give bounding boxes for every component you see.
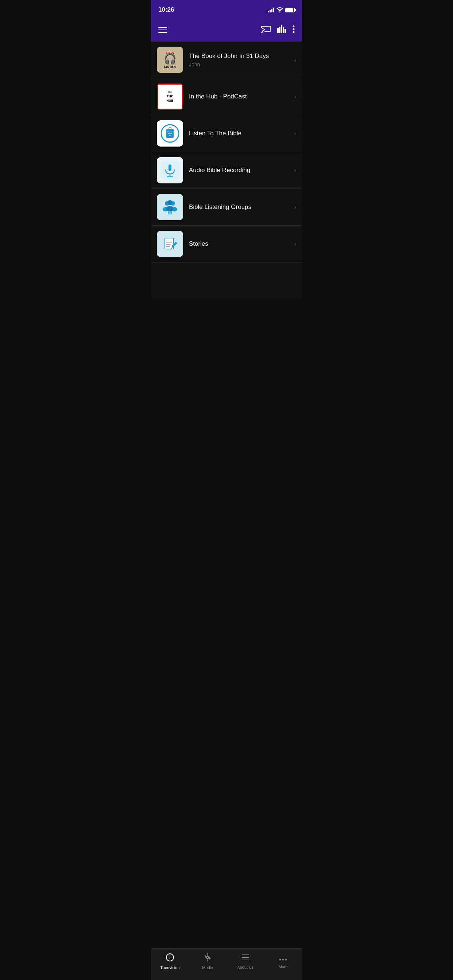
item-icon-stories bbox=[157, 231, 183, 257]
chevron-right-icon: › bbox=[294, 130, 296, 137]
list-item[interactable]: Listen To The Bible › bbox=[151, 115, 302, 152]
item-title: Audio Bible Recording bbox=[189, 166, 291, 174]
cast-icon[interactable] bbox=[261, 25, 271, 35]
chevron-right-icon: › bbox=[294, 240, 296, 248]
svg-point-20 bbox=[167, 200, 172, 205]
svg-rect-14 bbox=[169, 164, 171, 171]
content-list: BIBLE 🎧 LISTEN The Book of John In 31 Da… bbox=[151, 41, 302, 299]
item-title: Listen To The Bible bbox=[189, 129, 291, 137]
list-item[interactable]: BIBLE 🎧 LISTEN The Book of John In 31 Da… bbox=[151, 41, 302, 78]
chevron-right-icon: › bbox=[294, 93, 296, 100]
hamburger-menu-button[interactable] bbox=[158, 27, 167, 33]
item-title: In the Hub - PodCast bbox=[189, 92, 291, 100]
item-icon-john: BIBLE 🎧 LISTEN bbox=[157, 47, 183, 73]
item-text: In the Hub - PodCast bbox=[189, 92, 291, 100]
item-text: Bible Listening Groups bbox=[189, 203, 291, 211]
item-text: Listen To The Bible bbox=[189, 129, 291, 137]
svg-rect-5 bbox=[284, 29, 286, 33]
stats-icon[interactable] bbox=[277, 25, 286, 35]
chevron-right-icon: › bbox=[294, 167, 296, 174]
svg-point-6 bbox=[293, 25, 295, 27]
item-icon-hub: INTHEHUB bbox=[157, 83, 183, 110]
svg-rect-1 bbox=[277, 28, 279, 33]
battery-icon bbox=[285, 8, 295, 13]
item-title: Bible Listening Groups bbox=[189, 203, 291, 211]
svg-rect-28 bbox=[165, 238, 174, 249]
status-icons bbox=[268, 7, 295, 13]
wifi-icon bbox=[276, 7, 283, 13]
item-title: Stories bbox=[189, 240, 291, 248]
svg-rect-3 bbox=[281, 25, 282, 33]
status-bar: 10:26 bbox=[151, 0, 302, 18]
item-icon-audio bbox=[157, 157, 183, 183]
item-icon-listen-bible bbox=[157, 120, 183, 146]
chevron-right-icon: › bbox=[294, 204, 296, 211]
item-text: Stories bbox=[189, 240, 291, 248]
item-subtitle: John bbox=[189, 62, 291, 67]
list-item[interactable]: Stories › bbox=[151, 226, 302, 262]
list-item[interactable]: Audio Bible Recording › bbox=[151, 152, 302, 189]
svg-point-8 bbox=[293, 31, 295, 33]
svg-point-23 bbox=[166, 206, 174, 211]
signal-icon bbox=[268, 7, 274, 13]
svg-rect-2 bbox=[279, 27, 281, 33]
list-item[interactable]: INTHEHUB In the Hub - PodCast › bbox=[151, 78, 302, 115]
svg-point-7 bbox=[293, 29, 295, 30]
item-text: The Book of John In 31 Days John bbox=[189, 52, 291, 67]
item-icon-groups bbox=[157, 194, 183, 220]
item-text: Audio Bible Recording bbox=[189, 166, 291, 174]
toolbar bbox=[151, 18, 302, 41]
toolbar-right bbox=[261, 25, 295, 35]
chevron-right-icon: › bbox=[294, 56, 296, 64]
item-title: The Book of John In 31 Days bbox=[189, 52, 291, 60]
svg-rect-24 bbox=[168, 212, 172, 215]
vertical-dots-icon[interactable] bbox=[292, 25, 295, 35]
svg-rect-4 bbox=[283, 27, 284, 33]
list-item[interactable]: Bible Listening Groups › bbox=[151, 189, 302, 226]
svg-point-0 bbox=[261, 32, 263, 33]
status-time: 10:26 bbox=[158, 6, 174, 13]
